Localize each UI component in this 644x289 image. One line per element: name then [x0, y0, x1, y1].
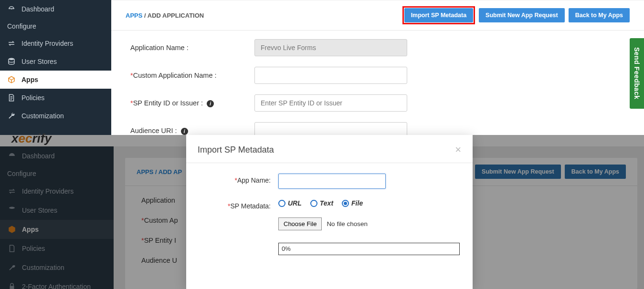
row-app-name: Application Name : — [130, 39, 625, 56]
file-picker-row: Choose File No file chosen — [278, 217, 458, 230]
modal-body: *App Name: *SP Metadata: URL Text File C… — [186, 163, 473, 260]
swap-icon — [7, 39, 16, 48]
metadata-radio-group: URL Text File — [278, 199, 363, 207]
breadcrumb-current: ADD APPLICATION — [148, 12, 204, 19]
import-sp-metadata-button[interactable]: Import SP Metadata — [404, 8, 473, 22]
radio-icon — [310, 200, 317, 207]
sidebar: Dashboard Configure Identity Providers U… — [0, 0, 111, 135]
radio-url[interactable]: URL — [278, 199, 302, 207]
radio-icon — [278, 200, 285, 207]
radio-text[interactable]: Text — [310, 199, 333, 207]
sidebar-item-label: Dashboard — [21, 5, 54, 13]
breadcrumb-root[interactable]: APPS — [126, 12, 142, 19]
sidebar-item-user-stores[interactable]: User Stores — [0, 52, 111, 71]
choose-file-button[interactable]: Choose File — [278, 217, 322, 230]
gauge-icon — [7, 5, 16, 13]
input-app-name[interactable] — [278, 174, 386, 189]
label-app-name: Application Name : — [130, 44, 254, 52]
bottom-panel: xecrify Dashboard Configure Identity Pro… — [0, 135, 644, 289]
row-sp-metadata: *SP Metadata: URL Text File — [209, 199, 458, 210]
import-sp-metadata-modal: Import SP Metadata × *App Name: *SP Meta… — [186, 135, 473, 289]
wrench-icon — [7, 112, 16, 120]
back-to-apps-button[interactable]: Back to My Apps — [569, 8, 630, 22]
radio-icon — [342, 200, 349, 207]
label-app-name: *App Name: — [209, 174, 278, 184]
radio-file[interactable]: File — [342, 199, 363, 207]
sidebar-item-label: User Stores — [21, 58, 57, 65]
submit-new-app-button[interactable]: Submit New App Request — [479, 8, 565, 22]
box-icon — [7, 75, 16, 84]
svg-point-0 — [9, 58, 14, 61]
label-custom-name: *Custom Application Name : — [130, 72, 254, 79]
modal-title: Import SP Metadata — [198, 145, 274, 155]
input-entity-id[interactable] — [254, 94, 407, 112]
header-buttons: Import SP Metadata Submit New App Reques… — [402, 6, 630, 24]
sidebar-item-dashboard[interactable]: Dashboard — [0, 0, 111, 18]
sidebar-item-label: Policies — [21, 94, 44, 102]
highlight-box: Import SP Metadata — [402, 6, 475, 24]
sidebar-item-customization[interactable]: Customization — [0, 107, 111, 125]
sidebar-item-label: Identity Providers — [21, 40, 73, 47]
row-app-name: *App Name: — [209, 174, 458, 189]
info-icon[interactable]: i — [207, 100, 214, 107]
sidebar-item-label: Apps — [21, 76, 38, 83]
main-content: APPS / ADD APPLICATION Import SP Metadat… — [111, 0, 644, 135]
top-panel: Dashboard Configure Identity Providers U… — [0, 0, 644, 135]
modal-header: Import SP Metadata × — [186, 135, 473, 163]
page-header: APPS / ADD APPLICATION Import SP Metadat… — [111, 0, 644, 31]
row-custom-name: *Custom Application Name : — [130, 67, 625, 84]
input-custom-name[interactable] — [254, 67, 407, 84]
sidebar-item-identity-providers[interactable]: Identity Providers — [0, 34, 111, 52]
row-entity-id: *SP Entity ID or Issuer : i — [130, 94, 625, 112]
file-status: No file chosen — [327, 220, 368, 227]
doc-icon — [7, 93, 16, 102]
database-icon — [7, 57, 16, 66]
sidebar-item-label: Customization — [21, 112, 64, 120]
breadcrumb-sep: / — [142, 12, 147, 19]
send-feedback-tab[interactable]: Send Feedback — [630, 38, 644, 109]
info-icon[interactable]: i — [181, 128, 188, 135]
sidebar-item-policies[interactable]: Policies — [0, 89, 111, 107]
label-audience-uri: Audience URI : i — [130, 127, 254, 135]
breadcrumb: APPS / ADD APPLICATION — [126, 12, 204, 19]
progress-indicator: 0% — [278, 243, 460, 255]
label-sp-metadata: *SP Metadata: — [209, 199, 278, 210]
close-icon[interactable]: × — [455, 144, 461, 156]
sidebar-item-apps[interactable]: Apps — [0, 71, 111, 89]
label-entity-id: *SP Entity ID or Issuer : i — [130, 99, 254, 107]
input-app-name — [254, 39, 407, 56]
sidebar-section-configure: Configure — [0, 18, 111, 34]
